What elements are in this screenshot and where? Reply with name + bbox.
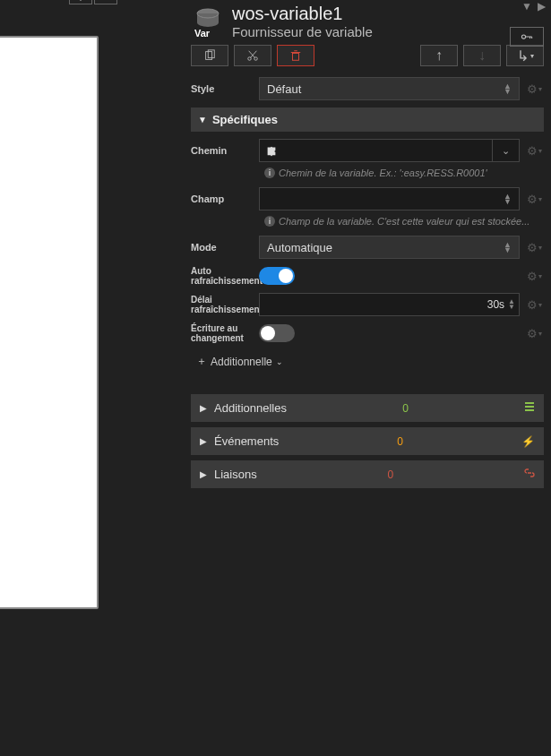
section-title: Spécifiques: [212, 113, 278, 126]
mode-select[interactable]: Automatique ▲▼: [259, 236, 520, 259]
gear-icon: ⚙: [527, 193, 538, 206]
style-gear[interactable]: ⚙▾: [525, 82, 544, 96]
chevron-down-icon: ▾: [538, 195, 542, 203]
top-toolbar: 1080px ▾: [0, 0, 117, 7]
champ-hint-text: Champ de la variable. C'est cette valeur…: [279, 216, 529, 227]
action-toolbar: ↑ ↓ ↳▾: [184, 39, 551, 73]
list-icon: [524, 401, 535, 415]
style-label: Style: [191, 83, 254, 94]
refresh-delay-value: 30s: [487, 298, 504, 311]
canvas-area[interactable]: [0, 36, 99, 609]
object-name: wos-variable1: [232, 4, 546, 24]
svg-point-6: [521, 35, 525, 39]
move-up-button[interactable]: ↑: [420, 45, 458, 66]
chemin-dropdown[interactable]: ⌄: [493, 139, 520, 162]
variable-icon-label: Var: [194, 28, 210, 39]
style-select[interactable]: Défaut ▲▼: [259, 77, 520, 100]
gear-icon: ⚙: [527, 241, 538, 254]
gear-icon: ⚙: [527, 270, 538, 283]
chemin-label: Chemin: [191, 145, 254, 156]
section-additionnelles[interactable]: ▶ Additionnelles 0: [191, 394, 544, 422]
additional-label: Additionnelle: [211, 356, 272, 368]
svg-rect-16: [293, 53, 299, 60]
auto-refresh-toggle[interactable]: [259, 267, 295, 285]
copy-icon: [203, 49, 216, 62]
champ-gear[interactable]: ⚙▾: [525, 193, 544, 206]
trash-icon: [289, 49, 302, 62]
svg-rect-21: [525, 409, 534, 411]
triangle-right-icon: ▶: [200, 469, 207, 479]
section-label: Liaisons: [214, 468, 257, 481]
write-on-change-toggle[interactable]: [259, 324, 295, 342]
write-on-change-row: Écriture au changement ⚙▾: [184, 320, 551, 347]
refresh-delay-input[interactable]: 30s ▲▼: [259, 293, 520, 316]
variable-icon: Var: [191, 4, 225, 39]
chevron-down-icon: ▾: [538, 85, 542, 93]
updown-icon: ▲▼: [504, 193, 512, 205]
spinner-icon[interactable]: ▲▼: [508, 299, 515, 311]
section-evenements[interactable]: ▶ Événements 0 ⚡: [191, 427, 544, 455]
triangle-down-icon: ▼: [198, 115, 207, 125]
section-label: Additionnelles: [214, 401, 287, 415]
arrow-down-icon: ↓: [478, 47, 486, 64]
chevron-down-icon: ▾: [530, 52, 534, 60]
auto-refresh-label: Auto rafraîchissement: [191, 266, 254, 286]
inspector-panel: Var wos-variable1 Fournisseur de variabl…: [184, 0, 551, 756]
champ-row: Champ ▲▼ ⚙▾: [184, 184, 551, 214]
object-type: Fournisseur de variable: [232, 24, 546, 39]
chevron-down-icon: ▾: [538, 272, 542, 280]
refresh-delay-gear[interactable]: ⚙▾: [525, 298, 544, 312]
shape-icon: [74, 0, 87, 1]
mode-gear[interactable]: ⚙▾: [525, 241, 544, 254]
chevron-down-icon: ▾: [538, 301, 542, 309]
delete-button[interactable]: [277, 45, 314, 66]
chevron-down-icon: ▾: [538, 330, 542, 338]
chevron-down-icon: ⌄: [276, 357, 283, 366]
key-button[interactable]: [510, 27, 544, 47]
write-on-change-label: Écriture au changement: [191, 323, 254, 343]
move-down-button[interactable]: ↓: [463, 45, 501, 66]
link-icon: [524, 468, 535, 481]
header-next-icon[interactable]: ▶: [538, 0, 546, 13]
info-icon: i: [264, 216, 275, 227]
svg-rect-19: [525, 402, 534, 404]
tool-button-1[interactable]: [69, 0, 92, 4]
section-count: 0: [397, 435, 403, 448]
puzzle-icon: [265, 144, 278, 157]
more-actions-button[interactable]: ↳▾: [506, 45, 544, 66]
style-row: Style Défaut ▲▼ ⚙▾: [184, 73, 551, 104]
bolt-icon: ⚡: [521, 435, 535, 448]
gear-icon: ⚙: [527, 82, 538, 96]
gear-icon: ⚙: [527, 298, 538, 312]
auto-refresh-row: Auto rafraîchissement ⚙▾: [184, 262, 551, 289]
section-count: 0: [388, 468, 394, 481]
copy-button[interactable]: [191, 45, 228, 66]
gear-icon: ⚙: [527, 327, 538, 340]
cut-button[interactable]: [234, 45, 271, 66]
refresh-delay-label: Délai rafraîchissement: [191, 295, 254, 314]
refresh-delay-row: Délai rafraîchissement 30s ▲▼ ⚙▾: [184, 289, 551, 320]
info-icon: i: [264, 168, 275, 178]
champ-select[interactable]: ▲▼: [259, 187, 520, 210]
inspector-header: Var wos-variable1 Fournisseur de variabl…: [184, 0, 551, 39]
mode-value: Automatique: [267, 241, 332, 254]
chemin-hint: i Chemin de la variable. Ex.: ':easy.RES…: [184, 166, 551, 184]
chemin-gear[interactable]: ⚙▾: [525, 144, 544, 158]
additional-button[interactable]: ＋ Additionnelle ⌄: [184, 347, 551, 376]
header-down-icon[interactable]: ▼: [521, 0, 532, 13]
chemin-row: Chemin ⌄ ⚙▾: [184, 135, 551, 166]
champ-label: Champ: [191, 193, 254, 204]
svg-rect-20: [525, 406, 534, 408]
plus-icon: ＋: [196, 354, 207, 369]
arrow-up-icon: ↑: [435, 47, 443, 64]
chevron-down-icon: ▾: [538, 244, 542, 252]
chevron-down-icon: ⌄: [502, 145, 510, 157]
scissors-icon: [246, 49, 259, 62]
section-liaisons[interactable]: ▶ Liaisons 0: [191, 460, 544, 488]
auto-refresh-gear[interactable]: ⚙▾: [525, 270, 544, 283]
chemin-input[interactable]: [259, 139, 493, 162]
write-on-change-gear[interactable]: ⚙▾: [525, 327, 544, 340]
section-specifiques-header[interactable]: ▼ Spécifiques: [191, 107, 544, 132]
tool-button-2[interactable]: [94, 0, 117, 4]
key-icon: [521, 30, 533, 43]
